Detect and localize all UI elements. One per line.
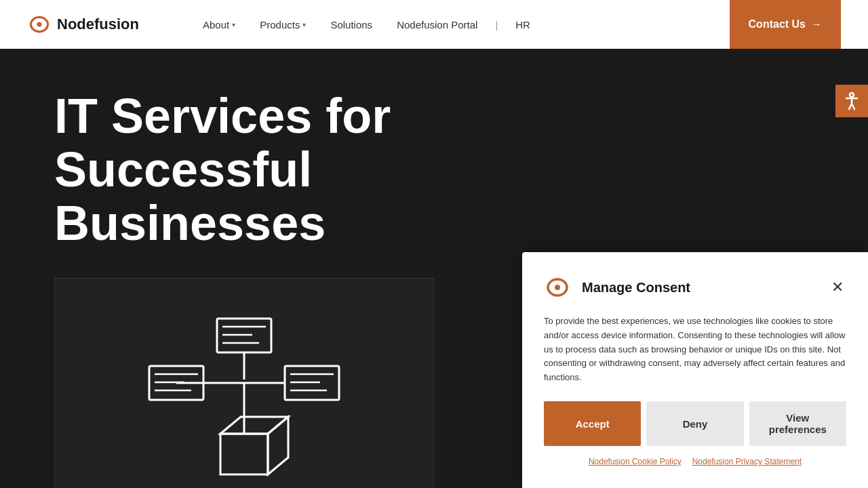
svg-marker-16	[220, 434, 268, 474]
nav-links: About ▾ Products ▾ Solutions Nodefusion …	[193, 14, 730, 36]
products-dropdown-icon: ▾	[302, 21, 306, 28]
contact-us-button[interactable]: Contact Us →	[730, 0, 841, 49]
accessibility-icon	[842, 92, 861, 110]
consent-action-buttons: Accept Deny View preferences	[544, 401, 846, 446]
consent-preferences-button[interactable]: View preferences	[749, 401, 846, 446]
navbar: Nodefusion About ▾ Products ▾ Solutions …	[0, 0, 868, 49]
svg-line-24	[852, 104, 854, 109]
nav-hr[interactable]: HR	[506, 14, 540, 36]
svg-point-25	[555, 285, 560, 290]
brand-name: Nodefusion	[57, 16, 139, 33]
nav-separator: |	[492, 19, 500, 30]
consent-close-button[interactable]: ✕	[829, 276, 846, 299]
nav-portal[interactable]: Nodefusion Portal	[387, 14, 487, 36]
cookie-policy-link[interactable]: Nodefusion Cookie Policy	[589, 457, 682, 466]
accessibility-button[interactable]	[835, 85, 868, 117]
consent-policy-links: Nodefusion Cookie Policy Nodefusion Priv…	[544, 457, 846, 466]
consent-modal: Manage Consent ✕ To provide the best exp…	[522, 252, 868, 488]
svg-point-20	[850, 93, 854, 97]
it-diagram-svg	[142, 305, 346, 488]
logo-icon	[27, 12, 52, 37]
privacy-statement-link[interactable]: Nodefusion Privacy Statement	[692, 457, 802, 466]
consent-deny-button[interactable]: Deny	[646, 401, 743, 446]
svg-point-0	[37, 22, 41, 26]
consent-title: Manage Consent	[582, 280, 829, 296]
consent-header: Manage Consent ✕	[544, 274, 846, 301]
svg-marker-18	[268, 417, 288, 474]
logo-link[interactable]: Nodefusion	[27, 12, 139, 37]
nav-products[interactable]: Products ▾	[250, 14, 315, 36]
consent-body-text: To provide the best experiences, we use …	[544, 314, 846, 385]
consent-logo-icon	[544, 274, 571, 301]
consent-accept-button[interactable]: Accept	[544, 401, 641, 446]
nav-about[interactable]: About ▾	[193, 14, 245, 36]
hero-image	[54, 278, 434, 488]
contact-arrow-icon: →	[811, 18, 822, 30]
hero-title: IT Services for Successful Businesses	[54, 89, 597, 251]
about-dropdown-icon: ▾	[232, 21, 235, 28]
nav-solutions[interactable]: Solutions	[321, 14, 382, 36]
